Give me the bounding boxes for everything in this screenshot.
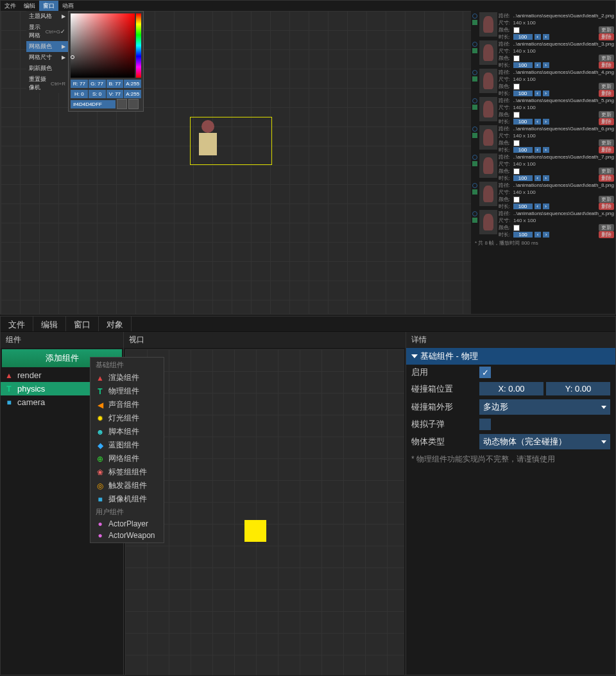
radio-icon[interactable] (472, 98, 477, 103)
duration-input[interactable]: 100 (513, 147, 533, 153)
frame-item[interactable]: 路径:..\animations\sequences\Guard\death_5… (472, 97, 614, 123)
dur-dec[interactable]: ‹ (535, 34, 541, 40)
dur-inc[interactable]: › (543, 204, 549, 209)
frame-item[interactable]: 路径:..\animations\sequences\Guard\death_6… (472, 125, 614, 152)
menu-文件[interactable]: 文件 (1, 1, 20, 11)
popup-item-摄像机组件[interactable]: ■摄像机组件 (90, 492, 164, 506)
submenu-重置摄像机[interactable]: 重置摄像机Ctrl+R (26, 74, 68, 93)
frame-item[interactable]: 路径:..\animations\sequences\Guard\death_4… (472, 69, 614, 95)
update-button[interactable]: 更新 (599, 26, 614, 33)
frame-thumb[interactable] (479, 40, 497, 65)
toggle-icon[interactable] (472, 76, 477, 82)
sprite-preview[interactable] (193, 120, 222, 162)
bmenu-对象[interactable]: 对象 (99, 316, 132, 331)
delete-button[interactable]: 删除 (599, 33, 614, 40)
dur-dec[interactable]: ‹ (535, 91, 541, 96)
frame-color-swatch[interactable] (513, 196, 520, 203)
menu-窗口[interactable]: 窗口 (39, 1, 58, 11)
enable-checkbox[interactable]: ✓ (479, 367, 491, 378)
radio-icon[interactable] (472, 155, 477, 160)
dur-dec[interactable]: ‹ (535, 147, 541, 153)
delete-button[interactable]: 删除 (599, 231, 614, 238)
dur-dec[interactable]: ‹ (535, 232, 541, 238)
frame-item[interactable]: 路径:..\animations\sequences\Guard\death_2… (472, 12, 614, 39)
submenu-刷新颜色[interactable]: 刷新颜色 (26, 63, 68, 74)
frame-thumb[interactable] (479, 153, 497, 178)
frame-thumb[interactable] (479, 182, 497, 206)
frame-thumb[interactable] (479, 210, 497, 234)
update-button[interactable]: 更新 (599, 196, 614, 203)
frame-color-swatch[interactable] (513, 112, 520, 118)
radio-icon[interactable] (472, 126, 477, 132)
delete-button[interactable]: 删除 (599, 146, 614, 153)
radio-icon[interactable] (472, 211, 477, 216)
frame-color-swatch[interactable] (513, 168, 520, 175)
bmenu-文件[interactable]: 文件 (1, 316, 33, 331)
dur-dec[interactable]: ‹ (535, 175, 541, 181)
toggle-icon[interactable] (472, 48, 477, 53)
hitbox-x-input[interactable]: X: 0.00 (479, 382, 543, 395)
bmenu-编辑[interactable]: 编辑 (33, 316, 66, 331)
update-button[interactable]: 更新 (599, 55, 614, 62)
popup-item-触发器组件[interactable]: ◎触发器组件 (90, 479, 164, 492)
g-cell[interactable]: G: 77 (89, 80, 106, 88)
hue-bar[interactable] (136, 13, 141, 78)
update-button[interactable]: 更新 (599, 83, 614, 90)
dur-dec[interactable]: ‹ (535, 62, 541, 68)
frame-item[interactable]: 路径:..\animations\sequences\Guard\death_7… (472, 153, 614, 180)
submenu-显示网格[interactable]: 显示网格Ctrl+G✓ (26, 22, 68, 41)
dur-inc[interactable]: › (543, 119, 549, 125)
popup-item-网络组件[interactable]: ⊕网络组件 (90, 452, 164, 465)
sv-area[interactable] (71, 13, 135, 78)
frame-item[interactable]: 路径:..\animations\sequences\Guard\death_3… (472, 40, 614, 67)
dur-inc[interactable]: › (543, 34, 549, 40)
frame-color-swatch[interactable] (513, 55, 520, 62)
submenu-主题风格[interactable]: 主题风格▶ (26, 11, 68, 22)
toggle-icon[interactable] (472, 161, 477, 166)
hitbox-y-input[interactable]: Y: 0.00 (546, 382, 610, 395)
frame-thumb[interactable] (479, 97, 497, 121)
frame-color-swatch[interactable] (513, 83, 520, 90)
actor-box[interactable] (244, 520, 266, 542)
menu-编辑[interactable]: 编辑 (20, 1, 39, 11)
duration-input[interactable]: 100 (513, 232, 533, 238)
submenu-网格颜色[interactable]: 网格颜色▶ (26, 41, 68, 52)
s-cell[interactable]: S: 0 (89, 90, 106, 98)
popup-item-ActorWeapon[interactable]: ●ActorWeapon (90, 530, 164, 541)
popup-item-灯光组件[interactable]: ✹灯光组件 (90, 412, 164, 425)
delete-button[interactable]: 删除 (599, 203, 614, 210)
physics-section-header[interactable]: 基础组件 - 物理 (406, 348, 615, 365)
delete-button[interactable]: 删除 (599, 62, 614, 69)
radio-icon[interactable] (472, 70, 477, 75)
dur-inc[interactable]: › (543, 62, 549, 68)
duration-input[interactable]: 100 (513, 119, 533, 125)
dur-inc[interactable]: › (543, 147, 549, 153)
h-cell[interactable]: H: 0 (71, 90, 88, 98)
submenu-网格尺寸[interactable]: 网格尺寸▶ (26, 52, 68, 63)
a-cell[interactable]: A:255 (124, 80, 141, 88)
hex-input[interactable]: #4D4D4DFF (71, 100, 116, 108)
update-button[interactable]: 更新 (599, 111, 614, 118)
dur-dec[interactable]: ‹ (535, 204, 541, 209)
dur-inc[interactable]: › (543, 175, 549, 181)
popup-item-物理组件[interactable]: T物理组件 (90, 385, 164, 398)
frame-thumb[interactable] (479, 12, 497, 37)
menu-动画[interactable]: 动画 (58, 1, 78, 11)
radio-icon[interactable] (472, 42, 477, 47)
toggle-icon[interactable] (472, 20, 477, 25)
duration-input[interactable]: 100 (513, 91, 533, 96)
dur-inc[interactable]: › (543, 232, 549, 238)
bodytype-dropdown[interactable]: 动态物体（完全碰撞） (479, 434, 610, 449)
dur-dec[interactable]: ‹ (535, 119, 541, 125)
popup-item-标签组组件[interactable]: ❀标签组组件 (90, 465, 164, 479)
popup-item-ActorPlayer[interactable]: ●ActorPlayer (90, 518, 164, 530)
bullet-checkbox[interactable] (479, 419, 491, 430)
frame-item[interactable]: 路径:..\animations\sequences\Guard\death_8… (472, 182, 614, 208)
radio-icon[interactable] (472, 13, 477, 19)
bmenu-窗口[interactable]: 窗口 (66, 316, 99, 331)
toggle-icon[interactable] (472, 218, 477, 223)
delete-button[interactable]: 删除 (599, 175, 614, 182)
viewport[interactable] (125, 349, 404, 675)
toggle-icon[interactable] (472, 105, 477, 110)
frame-color-swatch[interactable] (513, 140, 520, 146)
